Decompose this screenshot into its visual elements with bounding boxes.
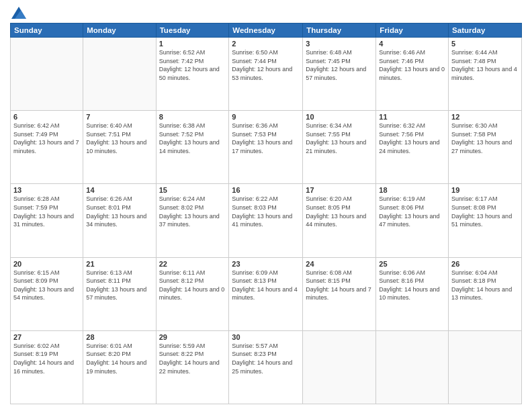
day-info: Sunrise: 5:57 AMSunset: 8:23 PMDaylight:… bbox=[232, 342, 300, 375]
day-info: Sunrise: 6:40 AMSunset: 7:51 PMDaylight:… bbox=[86, 122, 152, 155]
day-number: 4 bbox=[379, 40, 445, 48]
day-header: Monday bbox=[83, 24, 156, 38]
day-number: 29 bbox=[159, 333, 226, 341]
day-info: Sunrise: 6:22 AMSunset: 8:03 PMDaylight:… bbox=[232, 195, 300, 228]
day-info: Sunrise: 6:02 AMSunset: 8:19 PMDaylight:… bbox=[13, 342, 80, 375]
day-info: Sunrise: 6:08 AMSunset: 8:15 PMDaylight:… bbox=[306, 269, 373, 302]
calendar-cell: 9Sunrise: 6:36 AMSunset: 7:53 PMDaylight… bbox=[229, 111, 303, 184]
calendar-cell: 23Sunrise: 6:09 AMSunset: 8:13 PMDayligh… bbox=[229, 257, 303, 330]
day-number: 9 bbox=[232, 113, 300, 121]
day-number: 21 bbox=[86, 260, 152, 268]
day-number: 20 bbox=[13, 260, 80, 268]
day-info: Sunrise: 6:13 AMSunset: 8:11 PMDaylight:… bbox=[86, 269, 152, 302]
calendar-cell: 8Sunrise: 6:38 AMSunset: 7:52 PMDaylight… bbox=[156, 111, 229, 184]
calendar-cell bbox=[376, 330, 449, 404]
day-number: 15 bbox=[159, 186, 226, 194]
calendar-cell: 26Sunrise: 6:04 AMSunset: 8:18 PMDayligh… bbox=[449, 257, 522, 330]
calendar-cell: 28Sunrise: 6:01 AMSunset: 8:20 PMDayligh… bbox=[83, 330, 156, 404]
day-info: Sunrise: 6:30 AMSunset: 7:58 PMDaylight:… bbox=[451, 122, 519, 155]
logo-blue bbox=[10, 7, 26, 19]
calendar-cell: 29Sunrise: 5:59 AMSunset: 8:22 PMDayligh… bbox=[156, 330, 229, 404]
calendar-cell: 18Sunrise: 6:19 AMSunset: 8:06 PMDayligh… bbox=[376, 184, 449, 257]
day-number: 18 bbox=[379, 186, 445, 194]
day-number: 27 bbox=[13, 333, 80, 341]
calendar-cell bbox=[449, 330, 522, 404]
calendar-cell: 17Sunrise: 6:20 AMSunset: 8:05 PMDayligh… bbox=[303, 184, 376, 257]
day-info: Sunrise: 6:09 AMSunset: 8:13 PMDaylight:… bbox=[232, 269, 300, 302]
day-info: Sunrise: 5:59 AMSunset: 8:22 PMDaylight:… bbox=[159, 342, 226, 375]
day-info: Sunrise: 6:19 AMSunset: 8:06 PMDaylight:… bbox=[379, 195, 445, 228]
day-info: Sunrise: 6:48 AMSunset: 7:45 PMDaylight:… bbox=[306, 48, 373, 82]
calendar-cell: 21Sunrise: 6:13 AMSunset: 8:11 PMDayligh… bbox=[83, 257, 156, 330]
day-info: Sunrise: 6:42 AMSunset: 7:49 PMDaylight:… bbox=[13, 122, 80, 155]
calendar-cell: 10Sunrise: 6:34 AMSunset: 7:55 PMDayligh… bbox=[303, 111, 376, 184]
day-number: 12 bbox=[451, 113, 519, 121]
calendar-cell: 11Sunrise: 6:32 AMSunset: 7:56 PMDayligh… bbox=[376, 111, 449, 184]
day-number: 25 bbox=[379, 260, 445, 268]
day-number: 8 bbox=[159, 113, 226, 121]
calendar-cell: 13Sunrise: 6:28 AMSunset: 7:59 PMDayligh… bbox=[11, 184, 83, 257]
calendar-cell: 5Sunrise: 6:44 AMSunset: 7:48 PMDaylight… bbox=[449, 38, 522, 111]
calendar-cell: 7Sunrise: 6:40 AMSunset: 7:51 PMDaylight… bbox=[83, 111, 156, 184]
day-info: Sunrise: 6:26 AMSunset: 8:01 PMDaylight:… bbox=[86, 195, 152, 228]
calendar-cell: 14Sunrise: 6:26 AMSunset: 8:01 PMDayligh… bbox=[83, 184, 156, 257]
day-number: 28 bbox=[86, 333, 152, 341]
day-info: Sunrise: 6:24 AMSunset: 8:02 PMDaylight:… bbox=[159, 195, 226, 228]
calendar-cell: 15Sunrise: 6:24 AMSunset: 8:02 PMDayligh… bbox=[156, 184, 229, 257]
day-info: Sunrise: 6:32 AMSunset: 7:56 PMDaylight:… bbox=[379, 122, 445, 155]
calendar: SundayMondayTuesdayWednesdayThursdayFrid… bbox=[10, 23, 522, 404]
day-number: 3 bbox=[306, 40, 373, 48]
calendar-cell: 19Sunrise: 6:17 AMSunset: 8:08 PMDayligh… bbox=[449, 184, 522, 257]
header bbox=[10, 7, 522, 19]
calendar-cell: 20Sunrise: 6:15 AMSunset: 8:09 PMDayligh… bbox=[11, 257, 83, 330]
calendar-cell: 6Sunrise: 6:42 AMSunset: 7:49 PMDaylight… bbox=[11, 111, 83, 184]
calendar-cell bbox=[303, 330, 376, 404]
day-info: Sunrise: 6:04 AMSunset: 8:18 PMDaylight:… bbox=[451, 269, 519, 302]
day-number: 23 bbox=[232, 260, 300, 268]
day-number: 26 bbox=[451, 260, 519, 268]
calendar-cell bbox=[11, 38, 83, 111]
calendar-cell: 16Sunrise: 6:22 AMSunset: 8:03 PMDayligh… bbox=[229, 184, 303, 257]
calendar-week-row: 6Sunrise: 6:42 AMSunset: 7:49 PMDaylight… bbox=[11, 111, 522, 184]
day-info: Sunrise: 6:20 AMSunset: 8:05 PMDaylight:… bbox=[306, 195, 373, 228]
day-number: 14 bbox=[86, 186, 152, 194]
day-number: 19 bbox=[451, 186, 519, 194]
calendar-cell: 30Sunrise: 5:57 AMSunset: 8:23 PMDayligh… bbox=[229, 330, 303, 404]
calendar-header-row: SundayMondayTuesdayWednesdayThursdayFrid… bbox=[11, 24, 522, 38]
day-number: 5 bbox=[451, 40, 519, 48]
logo-icon bbox=[11, 7, 26, 19]
day-info: Sunrise: 6:36 AMSunset: 7:53 PMDaylight:… bbox=[232, 122, 300, 155]
day-info: Sunrise: 6:06 AMSunset: 8:16 PMDaylight:… bbox=[379, 269, 445, 302]
day-number: 11 bbox=[379, 113, 445, 121]
day-number: 17 bbox=[306, 186, 373, 194]
day-header: Wednesday bbox=[229, 24, 303, 38]
day-info: Sunrise: 6:44 AMSunset: 7:48 PMDaylight:… bbox=[451, 48, 519, 82]
day-number: 24 bbox=[306, 260, 373, 268]
day-header: Thursday bbox=[303, 24, 376, 38]
day-info: Sunrise: 6:11 AMSunset: 8:12 PMDaylight:… bbox=[159, 269, 226, 302]
calendar-cell: 1Sunrise: 6:52 AMSunset: 7:42 PMDaylight… bbox=[156, 38, 229, 111]
calendar-week-row: 20Sunrise: 6:15 AMSunset: 8:09 PMDayligh… bbox=[11, 257, 522, 330]
day-info: Sunrise: 6:50 AMSunset: 7:44 PMDaylight:… bbox=[232, 48, 300, 82]
day-header: Friday bbox=[376, 24, 449, 38]
day-header: Tuesday bbox=[156, 24, 229, 38]
calendar-cell: 24Sunrise: 6:08 AMSunset: 8:15 PMDayligh… bbox=[303, 257, 376, 330]
calendar-week-row: 1Sunrise: 6:52 AMSunset: 7:42 PMDaylight… bbox=[11, 38, 522, 111]
day-number: 1 bbox=[159, 40, 226, 48]
day-number: 6 bbox=[13, 113, 80, 121]
day-info: Sunrise: 6:17 AMSunset: 8:08 PMDaylight:… bbox=[451, 195, 519, 228]
day-number: 16 bbox=[232, 186, 300, 194]
day-number: 10 bbox=[306, 113, 373, 121]
day-info: Sunrise: 6:52 AMSunset: 7:42 PMDaylight:… bbox=[159, 48, 226, 82]
day-info: Sunrise: 6:38 AMSunset: 7:52 PMDaylight:… bbox=[159, 122, 226, 155]
calendar-cell: 27Sunrise: 6:02 AMSunset: 8:19 PMDayligh… bbox=[11, 330, 83, 404]
calendar-cell: 4Sunrise: 6:46 AMSunset: 7:46 PMDaylight… bbox=[376, 38, 449, 111]
day-info: Sunrise: 6:34 AMSunset: 7:55 PMDaylight:… bbox=[306, 122, 373, 155]
calendar-week-row: 13Sunrise: 6:28 AMSunset: 7:59 PMDayligh… bbox=[11, 184, 522, 257]
day-info: Sunrise: 6:01 AMSunset: 8:20 PMDaylight:… bbox=[86, 342, 152, 375]
day-number: 7 bbox=[86, 113, 152, 121]
calendar-cell: 12Sunrise: 6:30 AMSunset: 7:58 PMDayligh… bbox=[449, 111, 522, 184]
day-info: Sunrise: 6:15 AMSunset: 8:09 PMDaylight:… bbox=[13, 269, 80, 302]
day-info: Sunrise: 6:46 AMSunset: 7:46 PMDaylight:… bbox=[379, 48, 445, 82]
day-header: Sunday bbox=[11, 24, 83, 38]
